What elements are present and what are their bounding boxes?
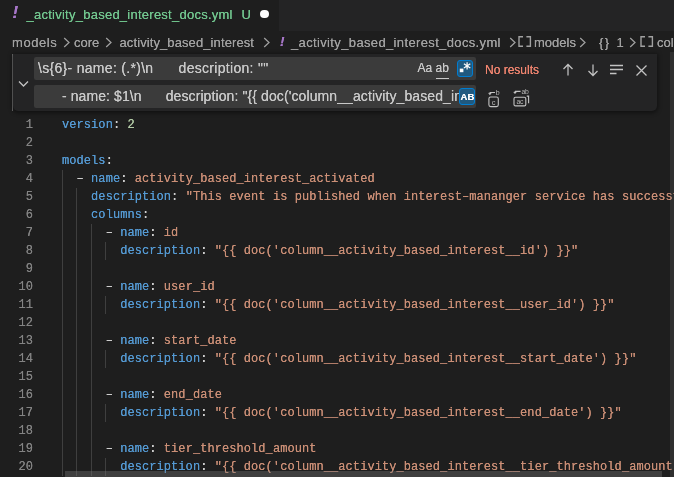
- svg-text:b: b: [495, 89, 499, 96]
- svg-text:ab: ab: [521, 88, 528, 95]
- svg-text:c: c: [491, 97, 495, 106]
- svg-text:ac: ac: [516, 98, 523, 105]
